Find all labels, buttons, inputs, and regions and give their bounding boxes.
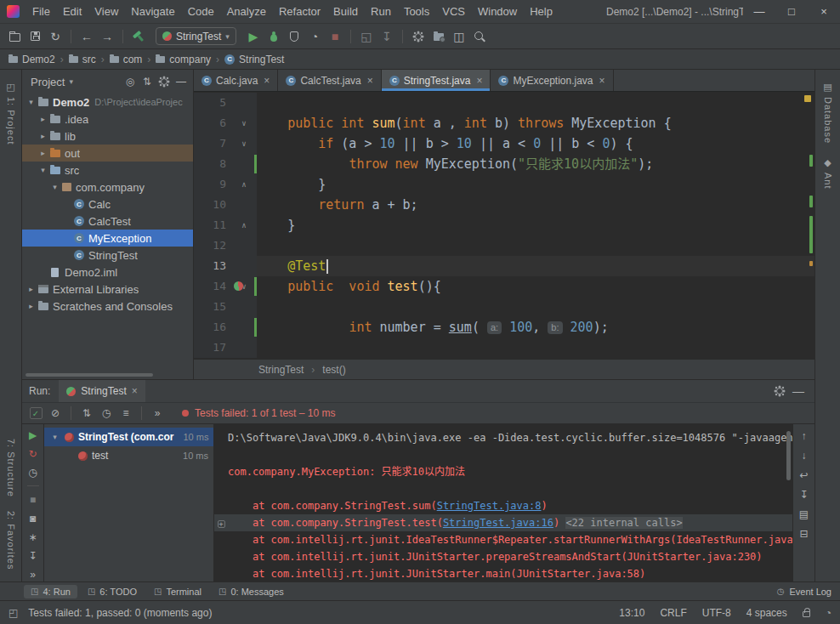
close-icon[interactable]: × [132,385,138,397]
tool-stripe-favorites[interactable]: 2: Favorites [6,511,16,570]
test-node-stringtest-com-cor[interactable]: ▾StringTest (com.cor10 ms [44,428,213,446]
close-icon[interactable]: × [476,75,482,87]
settings-icon[interactable] [409,27,428,46]
editor-tab-calctest-java[interactable]: CCalcTest.java× [278,70,381,91]
sort-by-duration-icon[interactable]: ◷ [98,405,115,422]
close-icon[interactable]: × [367,75,373,87]
hide-panel-icon[interactable]: — [173,73,190,90]
menu-file[interactable]: File [26,3,56,20]
scroll-up-icon[interactable]: ↑ [796,429,813,443]
line-separator[interactable]: CRLF [660,607,686,619]
import-icon[interactable]: ↧ [377,27,396,46]
inspection-indicator[interactable] [804,95,811,102]
tree-item-scratches-and-consoles[interactable]: ▸Scratches and Consoles [22,298,193,315]
project-view-selector[interactable]: Project ▾ [31,76,73,88]
console[interactable]: D:\Software\Java\JDK9.0.4\bin\java.exe -… [214,424,792,581]
menu-window[interactable]: Window [472,3,523,20]
code-line-15[interactable]: 15 [194,297,814,317]
fold-marker[interactable]: ∨ [241,140,246,148]
search-icon[interactable] [470,27,489,46]
console-scrollbar[interactable] [786,431,791,480]
forward-icon[interactable]: → [98,27,116,46]
more-icon[interactable]: » [25,567,42,581]
menu-code[interactable]: Code [182,3,220,20]
hide-run-panel-icon[interactable]: — [789,382,808,400]
rerun-icon[interactable]: ▶ [25,428,42,442]
tree-item-calctest[interactable]: CCalcTest [22,213,193,230]
locate-file-icon[interactable]: ◎ [122,73,139,90]
toolwindow-switcher-icon[interactable]: ◰ [9,607,18,619]
more-icon[interactable]: » [149,405,166,422]
menu-tools[interactable]: Tools [398,3,435,20]
toolwindow-button-4-run[interactable]: ◳4: Run [24,585,77,598]
expand-all-icon[interactable]: ≡ [117,405,134,422]
code-line-5[interactable]: 5 [194,93,814,113]
tool-stripe-ant[interactable]: ◆ Ant [823,157,833,190]
breadcrumb-item-company[interactable]: company [156,54,211,65]
tree-arrow[interactable]: ▾ [26,98,37,106]
event-log-button[interactable]: ◷ Event Log [777,587,831,597]
show-ignored-icon[interactable]: ⊘ [47,405,64,422]
code-line-8[interactable]: 8 throw new MyException("只能求10以内加法"); [194,154,814,174]
screenshot-icon[interactable]: ◙ [25,511,42,525]
code-line-17[interactable]: 17 [194,338,814,358]
editor-tab-calc-java[interactable]: CCalc.java× [194,70,278,91]
code-line-6[interactable]: 6∨ public int sum(int a , int b) throws … [194,113,814,133]
suspend-icon[interactable]: ■ [25,492,42,507]
tool-stripe-project[interactable]: ◰ 1: Project [6,82,16,145]
menu-run[interactable]: Run [365,3,397,20]
tree-item-lib[interactable]: ▸lib [22,128,193,145]
sort-alphabetically-icon[interactable]: ⇅ [78,405,95,422]
pin-icon[interactable]: ∗ [25,530,42,544]
save-icon[interactable] [26,27,44,46]
print-icon[interactable]: ▤ [796,508,813,521]
test-node-test[interactable]: test10 ms [44,446,213,465]
tree-arrow[interactable]: ▾ [37,166,48,174]
tree-item-calc[interactable]: CCalc [22,196,193,213]
rerun-failed-icon[interactable]: ↻ [25,446,42,461]
stop-icon[interactable]: ■ [326,27,344,46]
tree-arrow[interactable]: ▾ [49,183,60,191]
run-tab-stringtest[interactable]: StringTest × [59,380,145,402]
panel-settings-icon[interactable] [156,73,173,90]
build-icon[interactable] [129,27,148,46]
code-line-7[interactable]: 7∨ if (a > 10 || b > 10 || a < 0 || b < … [194,133,814,154]
project-structure-icon[interactable] [429,27,448,46]
tree-item-out[interactable]: ▸out [22,145,193,162]
scroll-to-end-icon[interactable]: ↧ [25,548,42,563]
memory-indicator-icon[interactable]: ◔ [826,607,831,619]
tree-arrow[interactable]: ▾ [49,433,60,441]
test-history-icon[interactable]: ◷ [25,465,42,479]
menu-refactor[interactable]: Refactor [273,3,326,20]
tree-item-stringtest[interactable]: CStringTest [22,247,193,264]
coverage-icon[interactable] [285,27,304,46]
maximize-button[interactable]: □ [775,0,808,23]
tree-item-demo2[interactable]: ▾Demo2D:\Project\ideaProjec [22,94,193,111]
toolwindow-button-0-messages[interactable]: ◳0: Messages [212,585,291,598]
tool-stripe-structure[interactable]: 7: Structure [6,439,16,497]
breadcrumb-item-com[interactable]: com [110,54,143,65]
menu-help[interactable]: Help [524,3,559,20]
editor-tab-myexception-java[interactable]: CMyException.java× [491,70,613,91]
tree-item-com-company[interactable]: ▾com.company [22,179,193,196]
tree-arrow[interactable]: ▸ [26,302,37,310]
menu-build[interactable]: Build [327,3,364,20]
window-icon[interactable]: ◱ [357,27,376,46]
breadcrumb-method[interactable]: test() [322,364,345,376]
soft-wrap-icon[interactable]: ↩ [796,468,813,482]
sync-icon[interactable]: ↻ [46,27,65,46]
code-line-12[interactable]: 12 [194,235,814,256]
tree-item-demo2-iml[interactable]: Demo2.iml [22,264,193,281]
fold-marker[interactable]: ∧ [241,222,246,230]
tree-arrow[interactable]: ▸ [37,132,48,140]
fold-marker[interactable]: ∨ [241,120,246,128]
tree-item-src[interactable]: ▾src [22,162,193,179]
stacktrace-link[interactable]: StringTest.java:8 [437,500,542,512]
fold-expand-icon[interactable]: + [218,520,225,528]
run-configuration-selector[interactable]: StringTest▾ [156,27,236,45]
collapse-all-icon[interactable]: ⇅ [139,73,156,90]
tool-stripe-database[interactable]: ▤ Database [823,82,833,144]
code-line-13[interactable]: 13 @Test [194,256,814,276]
menu-view[interactable]: View [88,3,124,20]
breadcrumb-item-demo2[interactable]: Demo2 [9,54,55,65]
